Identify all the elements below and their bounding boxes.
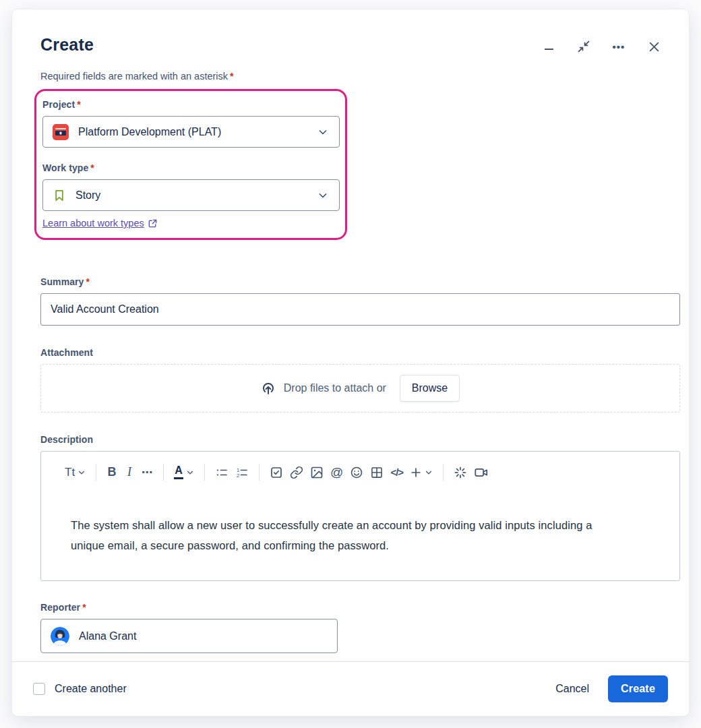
summary-field: Summary*	[40, 276, 668, 326]
bullet-list-icon[interactable]	[212, 462, 232, 483]
asterisk: *	[230, 71, 234, 82]
asterisk: *	[82, 602, 86, 613]
work-type-value: Story	[75, 189, 317, 202]
learn-about-work-types-link[interactable]: Learn about work types	[42, 218, 158, 229]
reporter-select[interactable]: Alana Grant	[40, 619, 338, 653]
reporter-field: Reporter* Alana Grant	[40, 602, 668, 653]
project-select[interactable]: Platform Development (PLAT)	[42, 116, 340, 148]
svg-text:2: 2	[237, 473, 239, 479]
collapse-icon[interactable]	[576, 39, 591, 54]
asterisk: *	[77, 99, 81, 110]
task-checkbox-icon[interactable]	[266, 462, 286, 483]
create-another-label: Create another	[55, 683, 127, 695]
editor-toolbar: Tt B I ⋯ A	[41, 452, 679, 493]
text-styles-button[interactable]: Tt	[61, 462, 89, 483]
insert-plus-button[interactable]	[406, 462, 436, 483]
external-link-icon	[148, 218, 158, 229]
reporter-label: Reporter*	[40, 602, 668, 613]
chevron-down-icon	[425, 468, 433, 477]
window-controls: •••	[541, 39, 661, 54]
create-another-checkbox[interactable]	[33, 683, 45, 695]
chevron-down-icon	[78, 468, 86, 477]
dialog-footer: Create another Cancel Create	[12, 661, 689, 716]
rich-text-editor: Tt B I ⋯ A	[40, 451, 680, 581]
summary-label: Summary*	[40, 276, 668, 287]
project-label: Project*	[42, 99, 336, 110]
numbered-list-icon[interactable]: 1 2	[232, 462, 252, 483]
required-fields-note: Required fields are marked with an aster…	[40, 71, 668, 82]
annotation-highlight-box: Project* Platform Development (PLAT)	[34, 89, 347, 240]
mention-button[interactable]: @	[327, 462, 346, 483]
video-icon[interactable]	[470, 462, 492, 483]
dialog-header: Create •••	[33, 32, 668, 55]
description-label: Description	[40, 434, 668, 445]
chevron-down-icon	[317, 190, 328, 201]
work-type-field: Work type* Story Learn about work types	[42, 162, 336, 229]
more-formatting-button[interactable]: ⋯	[138, 462, 156, 483]
text-color-button[interactable]: A	[171, 462, 197, 483]
ai-sparkle-icon[interactable]	[450, 462, 470, 483]
browse-button[interactable]: Browse	[400, 375, 460, 402]
story-bookmark-icon	[53, 189, 66, 202]
image-icon[interactable]	[307, 462, 327, 483]
create-button[interactable]: Create	[608, 675, 668, 702]
link-icon[interactable]	[286, 462, 307, 483]
create-issue-dialog: Create ••• Required fields a	[12, 9, 689, 716]
minimize-icon[interactable]	[541, 39, 556, 54]
description-field: Description Tt B I ⋯ A	[40, 434, 668, 581]
reporter-value: Alana Grant	[79, 630, 326, 642]
chevron-down-icon	[186, 468, 194, 477]
table-icon[interactable]	[367, 462, 387, 483]
project-value: Platform Development (PLAT)	[78, 126, 317, 138]
upload-icon	[261, 381, 276, 396]
asterisk: *	[90, 162, 94, 173]
attachment-label: Attachment	[40, 347, 668, 358]
description-text: The system shall allow a new user to suc…	[71, 515, 623, 555]
work-type-select[interactable]: Story	[42, 179, 340, 211]
bold-button[interactable]: B	[103, 462, 121, 483]
more-actions-icon[interactable]: •••	[611, 39, 626, 54]
close-icon[interactable]	[646, 39, 661, 54]
dropzone-text: Drop files to attach or	[284, 382, 386, 394]
dialog-title: Create	[40, 35, 94, 55]
code-button[interactable]: </>	[387, 462, 406, 483]
chevron-down-icon	[317, 127, 328, 138]
project-field: Project* Platform Development (PLAT)	[42, 99, 336, 148]
asterisk: *	[86, 276, 90, 287]
italic-button[interactable]: I	[121, 462, 138, 483]
summary-input[interactable]	[40, 293, 680, 326]
reporter-avatar	[51, 627, 69, 646]
cancel-button[interactable]: Cancel	[546, 677, 599, 700]
attachment-field: Attachment Drop files to attach or Brows…	[40, 347, 668, 413]
attachment-dropzone[interactable]: Drop files to attach or Browse	[40, 364, 680, 413]
emoji-icon[interactable]	[346, 462, 367, 483]
project-avatar-icon	[53, 124, 69, 140]
work-type-label: Work type*	[42, 162, 336, 173]
description-editor-area[interactable]: The system shall allow a new user to suc…	[41, 493, 679, 580]
